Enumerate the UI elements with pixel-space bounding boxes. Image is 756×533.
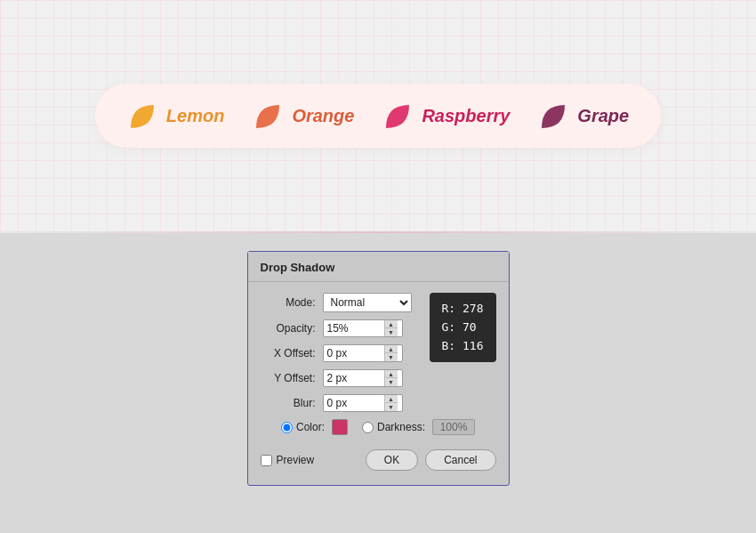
flavor-item-grape[interactable]: Grape <box>538 100 629 132</box>
preview-label: Preview <box>277 454 315 466</box>
color-info-box: R: 278 G: 70 B: 116 <box>430 293 496 362</box>
grape-icon <box>538 100 570 132</box>
flavor-item-orange[interactable]: Orange <box>253 100 354 132</box>
opacity-label: Opacity: <box>261 322 323 335</box>
pill-container: Lemon Orange Raspberry Grape <box>95 84 661 148</box>
color-info-b: B: 116 <box>442 337 484 356</box>
blur-label: Blur: <box>261 397 323 409</box>
raspberry-label: Raspberry <box>422 106 510 126</box>
darkness-value: 100% <box>432 419 475 435</box>
orange-icon <box>253 100 285 132</box>
x-offset-label: X Offset: <box>261 347 323 359</box>
grape-label: Grape <box>577 106 629 126</box>
opacity-spinner: ▲ ▼ <box>384 320 398 336</box>
color-info-g: G: 70 <box>442 319 484 337</box>
dialog-title: Drop Shadow <box>248 252 509 282</box>
blur-up[interactable]: ▲ <box>385 395 398 403</box>
mode-select[interactable]: Normal <box>323 293 412 312</box>
ok-button[interactable]: OK <box>366 449 418 471</box>
y-offset-up[interactable]: ▲ <box>385 370 398 378</box>
preview-wrap: Preview <box>261 454 358 466</box>
opacity-up[interactable]: ▲ <box>385 320 398 328</box>
x-offset-spinner: ▲ ▼ <box>384 345 398 361</box>
blur-row: Blur: ▲ ▼ <box>261 394 496 412</box>
blur-input-wrap: ▲ ▼ <box>323 394 403 412</box>
orange-label: Orange <box>292 106 354 126</box>
mode-label: Mode: <box>261 296 323 309</box>
color-info-r: R: 278 <box>442 300 484 319</box>
dialog-footer: Preview OK Cancel <box>248 442 509 471</box>
darkness-radio-wrap: Darkness: 100% <box>362 419 475 435</box>
blur-input[interactable] <box>324 395 384 411</box>
color-darkness-row: Color: Darkness: 100% <box>261 419 496 435</box>
y-offset-spinner: ▲ ▼ <box>384 370 398 386</box>
dialog-body: Mode: Normal R: 278 G: 70 B: 116 Opacity… <box>248 282 509 435</box>
color-swatch[interactable] <box>332 419 348 435</box>
blur-spinner: ▲ ▼ <box>384 395 398 411</box>
blur-down[interactable]: ▼ <box>385 403 398 411</box>
bottom-area: Drop Shadow Mode: Normal R: 278 G: 70 B:… <box>0 233 756 533</box>
flavor-item-lemon[interactable]: Lemon <box>127 100 225 132</box>
flavor-item-raspberry[interactable]: Raspberry <box>382 100 510 132</box>
opacity-input-wrap: ▲ ▼ <box>323 319 403 337</box>
lemon-icon <box>127 100 159 132</box>
cancel-button[interactable]: Cancel <box>425 449 495 471</box>
drop-shadow-dialog: Drop Shadow Mode: Normal R: 278 G: 70 B:… <box>247 251 510 486</box>
y-offset-input-wrap: ▲ ▼ <box>323 369 403 387</box>
y-offset-input[interactable] <box>324 370 384 386</box>
y-offset-row: Y Offset: ▲ ▼ <box>261 369 496 387</box>
x-offset-input-wrap: ▲ ▼ <box>323 344 403 362</box>
x-offset-up[interactable]: ▲ <box>385 345 398 353</box>
lemon-label: Lemon <box>166 106 225 126</box>
y-offset-down[interactable]: ▼ <box>385 378 398 386</box>
darkness-radio[interactable] <box>362 422 374 433</box>
x-offset-input[interactable] <box>324 345 384 361</box>
color-radio[interactable] <box>281 422 293 433</box>
y-offset-label: Y Offset: <box>261 372 323 384</box>
darkness-label: Darkness: <box>377 421 429 433</box>
canvas-area: Lemon Orange Raspberry Grape <box>0 0 756 231</box>
opacity-down[interactable]: ▼ <box>385 328 398 336</box>
opacity-input[interactable] <box>324 320 384 336</box>
mode-row: Mode: Normal R: 278 G: 70 B: 116 <box>261 293 496 312</box>
preview-checkbox[interactable] <box>261 455 272 466</box>
color-radio-wrap: Color: <box>281 419 348 435</box>
color-label: Color: <box>296 421 326 433</box>
raspberry-icon <box>382 100 414 132</box>
x-offset-down[interactable]: ▼ <box>385 353 398 361</box>
